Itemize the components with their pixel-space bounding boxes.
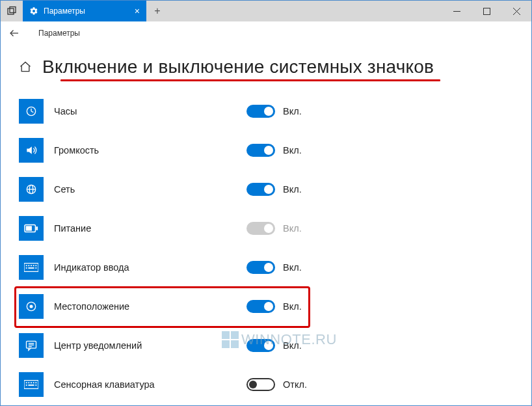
item-controls: Вкл. (246, 339, 302, 352)
svg-rect-40 (35, 385, 36, 386)
clock-icon (19, 99, 44, 124)
list-item: МестоположениеВкл. (19, 287, 513, 326)
svg-rect-18 (26, 265, 27, 266)
list-item: ПитаниеВкл. (19, 209, 513, 248)
title-bar: Параметры × + (1, 1, 531, 21)
toggle-label: Вкл. (283, 145, 302, 156)
item-controls: Вкл. (246, 300, 302, 313)
item-controls: Вкл. (246, 222, 302, 235)
item-controls: Вкл. (246, 183, 302, 196)
svg-rect-38 (26, 385, 27, 386)
toggle-label: Вкл. (283, 301, 302, 312)
item-label: Громкость (54, 145, 236, 156)
touch-kbd-icon (19, 372, 44, 397)
svg-rect-22 (35, 265, 36, 266)
location-icon (19, 294, 44, 319)
nav-bar: Параметры (1, 21, 531, 45)
new-tab-button[interactable]: + (146, 1, 168, 21)
toggle-label: Вкл. (283, 262, 302, 273)
network-icon (19, 177, 44, 202)
toggle-switch[interactable] (246, 339, 275, 352)
svg-rect-3 (483, 8, 490, 14)
svg-marker-10 (27, 146, 32, 154)
item-label: Сенсорная клавиатура (54, 379, 236, 390)
svg-rect-24 (28, 267, 34, 269)
toggle-switch[interactable] (246, 300, 275, 313)
toggle-switch[interactable] (246, 183, 275, 196)
list-item: ЧасыВкл. (19, 92, 513, 131)
svg-rect-34 (28, 382, 29, 383)
svg-rect-15 (36, 226, 38, 230)
list-item: Индикатор вводаВкл. (19, 248, 513, 287)
annotation-underline (60, 79, 440, 81)
item-label: Питание (54, 223, 236, 234)
svg-line-9 (31, 111, 33, 113)
header-row: Включение и выключение системных значков (19, 57, 513, 77)
minimize-button[interactable] (442, 1, 472, 21)
item-label: Центр уведомлений (54, 340, 236, 351)
svg-rect-33 (26, 382, 27, 383)
svg-rect-36 (33, 382, 34, 383)
toggle-label: Вкл. (283, 184, 302, 195)
settings-list: ЧасыВкл.ГромкостьВкл.СетьВкл.ПитаниеВкл.… (19, 92, 513, 404)
toggle-label: Вкл. (283, 223, 302, 234)
svg-rect-1 (10, 7, 16, 13)
nav-title: Параметры (38, 29, 80, 38)
toggle-switch[interactable] (246, 261, 275, 274)
gear-icon (29, 7, 38, 16)
toggle-label: Вкл. (283, 106, 302, 116)
svg-rect-23 (26, 267, 27, 269)
window-controls (442, 1, 531, 21)
item-label: Сеть (54, 184, 236, 195)
svg-rect-16 (26, 226, 32, 230)
toggle-switch[interactable] (246, 105, 275, 118)
back-button[interactable] (8, 27, 20, 39)
item-controls: Вкл. (246, 105, 302, 118)
tab-settings[interactable]: Параметры × (23, 1, 146, 21)
page-title: Включение и выключение системных значков (42, 57, 434, 77)
maximize-button[interactable] (472, 1, 501, 21)
svg-rect-25 (35, 267, 36, 269)
toggle-label: Откл. (283, 379, 307, 390)
close-window-button[interactable] (501, 1, 531, 21)
item-label: Местоположение (54, 301, 236, 312)
action-ctr-icon (19, 333, 44, 358)
item-controls: Вкл. (246, 144, 302, 157)
list-item: Сенсорная клавиатураОткл. (19, 365, 513, 404)
svg-point-27 (30, 305, 33, 308)
app-switcher-icon[interactable] (1, 1, 23, 21)
volume-icon (19, 138, 44, 163)
toggle-switch[interactable] (246, 144, 275, 157)
list-item: Центр уведомленийВкл. (19, 326, 513, 365)
svg-rect-39 (28, 385, 34, 386)
svg-rect-20 (31, 265, 32, 266)
tab-title: Параметры (44, 7, 129, 16)
list-item: СетьВкл. (19, 170, 513, 209)
toggle-label: Вкл. (283, 340, 302, 351)
item-label: Часы (54, 106, 236, 116)
item-controls: Вкл. (246, 261, 302, 274)
toggle-switch (246, 222, 275, 235)
toggle-switch[interactable] (246, 378, 275, 391)
svg-rect-19 (28, 265, 29, 266)
list-item: ГромкостьВкл. (19, 131, 513, 170)
power-icon (19, 216, 44, 241)
item-controls: Откл. (246, 378, 307, 391)
close-tab-button[interactable]: × (135, 6, 140, 16)
svg-rect-21 (33, 265, 34, 266)
svg-rect-37 (35, 382, 36, 383)
item-label: Индикатор ввода (54, 262, 236, 273)
svg-rect-0 (8, 8, 14, 14)
keyboard-icon (19, 255, 44, 280)
home-icon[interactable] (19, 61, 32, 74)
content: Включение и выключение системных значков… (1, 45, 531, 404)
svg-rect-35 (31, 382, 32, 383)
title-bar-left: Параметры × + (1, 1, 168, 21)
